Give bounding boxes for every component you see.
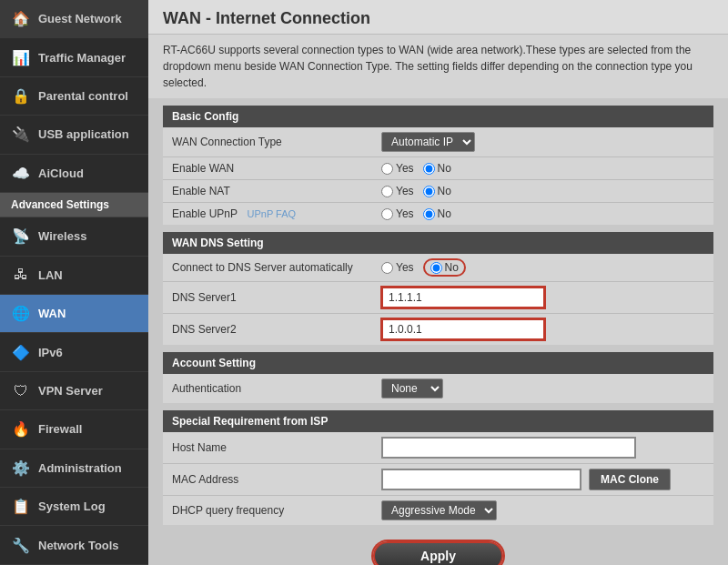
special-requirement-table: Host Name MAC Address MAC Clone DHCP que… [163,432,713,525]
guest-network-icon: 🏠 [11,9,31,29]
dns-server2-input[interactable] [381,318,545,340]
enable-wan-no-label[interactable]: No [423,162,451,175]
advanced-settings-header: Advanced Settings [0,193,148,217]
wan-icon: 🌐 [11,304,31,324]
sidebar-item-network-tools[interactable]: 🔧 Network Tools [0,526,148,564]
wan-connection-type-value: Automatic IP PPPoE PPTP L2TP Static IP [372,127,713,157]
basic-config-table: WAN Connection Type Automatic IP PPPoE P… [163,127,713,225]
enable-wan-label: Enable WAN [163,157,372,180]
enable-wan-yes-radio[interactable] [381,163,393,175]
enable-upnp-radio-group: Yes No [381,207,704,220]
enable-wan-no-radio[interactable] [423,163,435,175]
sidebar-item-label: Administration [38,461,122,475]
table-row: WAN Connection Type Automatic IP PPPoE P… [163,127,713,157]
enable-nat-yes-label[interactable]: Yes [381,185,414,197]
account-setting-table: Authentication None PAP CHAP [163,374,713,403]
table-row: Connect to DNS Server automatically Yes … [163,254,713,282]
sidebar-item-firewall[interactable]: 🔥 Firewall [0,410,148,449]
sidebar-item-label: IPv6 [38,346,63,359]
mac-address-label: MAC Address [163,464,372,496]
enable-wan-yes-label[interactable]: Yes [381,162,414,175]
sidebar-item-lan[interactable]: 🖧 LAN [0,257,148,295]
wan-dns-header: WAN DNS Setting [163,232,713,254]
wan-dns-table: Connect to DNS Server automatically Yes … [163,254,713,345]
sidebar-item-label: VPN Server [38,384,103,398]
dns-server2-label: DNS Server2 [163,314,372,346]
table-row: DHCP query frequency Aggressive Mode Nor… [163,496,713,526]
upnp-faq-link[interactable]: UPnP FAQ [248,208,297,219]
dns-server1-label: DNS Server1 [163,282,372,314]
table-row: Authentication None PAP CHAP [163,374,713,403]
host-name-label: Host Name [163,432,372,464]
enable-upnp-yes-label[interactable]: Yes [381,207,414,220]
dns-auto-no-label[interactable]: No [430,261,459,274]
sidebar-item-traffic-manager[interactable]: 📊 Traffic Manager [0,38,148,76]
enable-nat-no-label[interactable]: No [423,185,451,197]
sidebar-item-vpn-server[interactable]: 🛡 VPN Server [0,372,148,410]
table-row: DNS Server2 [163,314,713,346]
enable-wan-radio-group: Yes No [381,162,704,175]
sidebar-item-label: WAN [38,307,66,320]
special-requirement-header: Special Requirement from ISP [163,410,713,432]
sidebar-item-aicloud[interactable]: ☁️ AiCloud [0,155,148,193]
sidebar-item-parental-control[interactable]: 🔒 Parental control [0,77,148,116]
vpn-server-icon: 🛡 [11,381,31,401]
host-name-input[interactable] [381,437,636,459]
sidebar-item-wan[interactable]: 🌐 WAN [0,295,148,333]
sidebar-item-label: LAN [38,268,63,282]
account-setting-header: Account Setting [163,352,713,374]
enable-nat-radio-group: Yes No [381,185,704,197]
system-log-icon: 📋 [11,497,31,517]
mac-clone-button[interactable]: MAC Clone [589,469,671,490]
sidebar-item-ipv6[interactable]: 🔷 IPv6 [0,333,148,371]
dns-server1-input[interactable] [381,287,545,308]
parental-control-icon: 🔒 [11,86,31,106]
basic-config-header: Basic Config [163,106,713,127]
mac-address-input[interactable] [381,469,581,490]
dns-auto-label: Connect to DNS Server automatically [163,254,372,282]
sidebar-item-wireless[interactable]: 📡 Wireless [0,217,148,256]
table-row: DNS Server1 [163,282,713,314]
sidebar-item-label: System Log [38,499,106,513]
table-row: Enable NAT Yes No [163,180,713,203]
sidebar-item-label: Guest Network [38,12,122,25]
enable-nat-yes-radio[interactable] [381,186,393,197]
dns-auto-yes-radio[interactable] [381,262,393,274]
mac-address-row: MAC Clone [381,469,704,490]
wan-connection-type-select[interactable]: Automatic IP PPPoE PPTP L2TP Static IP [381,132,475,152]
network-tools-icon: 🔧 [11,535,31,555]
wan-connection-type-label: WAN Connection Type [163,127,372,157]
enable-upnp-no-label[interactable]: No [423,207,451,220]
traffic-manager-icon: 📊 [11,47,31,67]
dhcp-query-freq-select[interactable]: Aggressive Mode Normal Mode [381,500,497,520]
sidebar-item-label: Parental control [38,89,128,103]
enable-nat-label: Enable NAT [163,180,372,203]
dns-auto-yes-label[interactable]: Yes [381,261,414,274]
dns-no-circle-highlight: No [423,258,466,277]
ipv6-icon: 🔷 [11,342,31,362]
enable-upnp-yes-radio[interactable] [381,208,393,220]
sidebar-item-administration[interactable]: ⚙️ Administration [0,449,148,488]
sidebar-item-system-log[interactable]: 📋 System Log [0,488,148,526]
table-row: Enable WAN Yes No [163,157,713,180]
main-content: WAN - Internet Connection RT-AC66U suppo… [148,0,728,565]
sidebar-item-label: Wireless [38,229,86,243]
authentication-select[interactable]: None PAP CHAP [381,378,443,399]
apply-button[interactable]: Apply [373,541,503,565]
dns-auto-radio-group: Yes No [381,258,704,277]
page-description: RT-AC66U supports several connection typ… [148,35,728,98]
table-row: MAC Address MAC Clone [163,464,713,496]
apply-button-area: Apply [163,532,713,565]
sidebar-item-label: Traffic Manager [38,51,126,65]
enable-nat-no-radio[interactable] [423,186,435,197]
sidebar-item-guest-network[interactable]: 🏠 Guest Network [0,0,148,38]
administration-icon: ⚙️ [11,458,31,478]
sidebar-item-usb-application[interactable]: 🔌 USB application [0,116,148,154]
sidebar: 🏠 Guest Network 📊 Traffic Manager 🔒 Pare… [0,0,148,565]
dns-auto-no-radio[interactable] [430,262,442,274]
sidebar-item-label: USB application [38,127,129,141]
sidebar-item-label: Network Tools [38,539,119,552]
enable-upnp-no-radio[interactable] [423,208,435,220]
sidebar-item-label: AiCloud [38,166,84,180]
usb-application-icon: 🔌 [11,125,31,145]
